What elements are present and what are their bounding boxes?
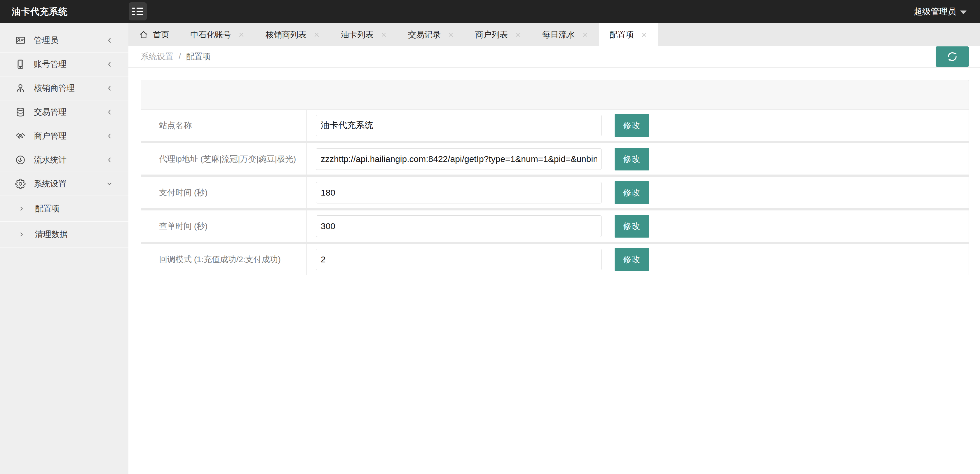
row-label-cell: 代理ip地址 (芝麻|流冠|万变|豌豆|极光) [141, 143, 307, 175]
table-row: 代理ip地址 (芝麻|流冠|万变|豌豆|极光) 修改 [141, 143, 969, 175]
site-name-input[interactable] [316, 115, 602, 136]
home-icon [139, 30, 148, 40]
close-icon[interactable] [313, 32, 320, 38]
sidebar-item-merchants[interactable]: 商户管理 [0, 124, 129, 148]
row-value-cell: 修改 [307, 177, 969, 208]
sidebar-subitem-label: 配置项 [35, 203, 59, 214]
tabbar: 首页 中石化账号 核销商列表 油卡列表 交 [129, 23, 980, 46]
close-icon[interactable] [448, 32, 454, 38]
handshake-icon [15, 131, 26, 141]
order-check-time-input[interactable] [316, 215, 602, 237]
sidebar-item-label: 商户管理 [34, 130, 67, 142]
sidebar-item-label: 交易管理 [34, 107, 67, 118]
tab-oil-card-list[interactable]: 油卡列表 [330, 23, 398, 46]
row-value-cell: 修改 [307, 244, 969, 275]
sidebar-item-label: 管理员 [34, 35, 58, 46]
user-icon [15, 83, 26, 94]
breadcrumb-bar: 系统设置 / 配置项 [129, 46, 980, 68]
config-label: 支付时间 (秒) [159, 187, 207, 198]
row-label-cell: 查单时间 (秒) [141, 210, 307, 242]
close-icon[interactable] [641, 32, 647, 38]
breadcrumb-page: 配置项 [186, 51, 211, 62]
caret-down-icon [960, 11, 967, 14]
config-content: 站点名称 修改 代理ip地址 (芝麻|流冠|万变|豌豆|极光) 修改 [129, 68, 980, 474]
tab-label: 商户列表 [475, 29, 508, 40]
config-label: 代理ip地址 (芝麻|流冠|万变|豌豆|极光) [159, 154, 296, 165]
tab-label: 每日流水 [542, 29, 575, 40]
modify-button[interactable]: 修改 [615, 215, 649, 238]
sidebar-item-label: 系统设置 [34, 178, 67, 189]
tab-label: 中石化账号 [190, 29, 231, 40]
sidebar-item-verifiers[interactable]: 核销商管理 [0, 76, 129, 100]
refresh-icon [945, 50, 959, 63]
arrow-right-icon [18, 231, 25, 238]
table-row: 支付时间 (秒) 修改 [141, 177, 969, 208]
row-value-cell: 修改 [307, 210, 969, 242]
config-label: 站点名称 [159, 120, 192, 131]
tab-label: 首页 [153, 29, 169, 40]
sidebar-item-label: 核销商管理 [34, 83, 75, 94]
sidebar-item-admin[interactable]: 管理员 [0, 29, 129, 52]
tab-transaction-records[interactable]: 交易记录 [398, 23, 465, 46]
user-menu[interactable]: 超级管理员 [914, 6, 967, 17]
close-icon[interactable] [238, 32, 245, 38]
sidebar-item-accounts[interactable]: 账号管理 [0, 52, 129, 76]
tab-label: 配置项 [609, 29, 634, 40]
close-icon[interactable] [515, 32, 521, 38]
chevron-left-icon [106, 60, 113, 68]
sidebar-item-system-settings[interactable]: 系统设置 [0, 172, 129, 196]
table-header-strip [141, 80, 969, 110]
chevron-left-icon [106, 84, 113, 92]
close-icon[interactable] [380, 32, 387, 38]
tab-config-items[interactable]: 配置项 [599, 23, 658, 46]
row-divider [141, 141, 969, 143]
tab-merchant-list[interactable]: 商户列表 [465, 23, 532, 46]
chevron-left-icon [106, 156, 113, 164]
row-divider [141, 242, 969, 244]
row-divider [141, 175, 969, 177]
topbar: 油卡代充系统 超级管理员 [0, 0, 980, 23]
row-value-cell: 修改 [307, 143, 969, 175]
config-table: 站点名称 修改 代理ip地址 (芝麻|流冠|万变|豌豆|极光) 修改 [141, 80, 969, 275]
sidebar-collapse-button[interactable] [129, 2, 147, 21]
modify-button[interactable]: 修改 [615, 181, 649, 204]
sidebar-item-label: 流水统计 [34, 154, 67, 165]
modify-button[interactable]: 修改 [615, 148, 649, 170]
sidebar-item-transactions[interactable]: 交易管理 [0, 100, 129, 124]
breadcrumb-section: 系统设置 [141, 51, 173, 62]
table-row: 查单时间 (秒) 修改 [141, 210, 969, 242]
config-label: 查单时间 (秒) [159, 221, 207, 232]
database-icon [15, 107, 26, 117]
arrow-right-icon [18, 205, 25, 212]
tab-daily-flow[interactable]: 每日流水 [532, 23, 599, 46]
row-label-cell: 支付时间 (秒) [141, 177, 307, 208]
row-label-cell: 回调模式 (1:充值成功/2:支付成功) [141, 244, 307, 275]
sidebar-item-statistics[interactable]: 流水统计 [0, 148, 129, 172]
config-label: 回调模式 (1:充值成功/2:支付成功) [159, 254, 281, 265]
gear-icon [15, 179, 26, 189]
callback-mode-input[interactable] [316, 249, 602, 270]
proxy-ip-input[interactable] [316, 148, 602, 170]
breadcrumb-separator: / [178, 52, 181, 61]
modify-button[interactable]: 修改 [615, 248, 649, 271]
modify-button[interactable]: 修改 [615, 114, 649, 137]
user-name: 超级管理员 [914, 6, 956, 17]
chevron-left-icon [106, 108, 113, 116]
tab-label: 油卡列表 [341, 29, 374, 40]
id-card-icon [15, 35, 26, 46]
close-icon[interactable] [582, 32, 589, 38]
tab-label: 交易记录 [408, 29, 441, 40]
payment-time-input[interactable] [316, 182, 602, 204]
row-divider [141, 208, 969, 210]
tab-label: 核销商列表 [266, 29, 306, 40]
row-label-cell: 站点名称 [141, 110, 307, 141]
tab-verifier-list[interactable]: 核销商列表 [255, 23, 330, 46]
table-row: 站点名称 修改 [141, 110, 969, 141]
sidebar-item-label: 账号管理 [34, 59, 67, 70]
sidebar-subitem-clean-data[interactable]: 清理数据 [0, 222, 129, 248]
tab-home[interactable]: 首页 [129, 23, 180, 46]
refresh-button[interactable] [935, 46, 969, 67]
sidebar-subitem-label: 清理数据 [35, 229, 68, 240]
tab-sinopec-accounts[interactable]: 中石化账号 [180, 23, 255, 46]
sidebar-subitem-config[interactable]: 配置项 [0, 196, 129, 222]
